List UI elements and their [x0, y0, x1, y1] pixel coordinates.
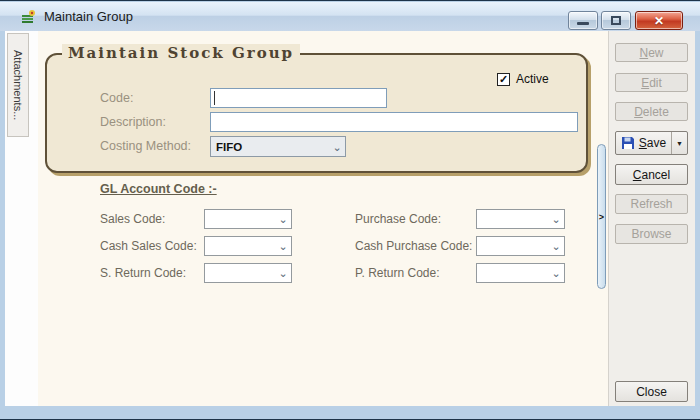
purchase-code-dropdown[interactable]: ⌄	[476, 209, 565, 229]
active-checkbox[interactable]: ✓	[497, 73, 510, 86]
s-return-code-dropdown[interactable]: ⌄	[204, 263, 292, 283]
s-return-code-label: S. Return Code:	[100, 266, 186, 280]
close-icon: ✕	[654, 14, 664, 28]
costing-method-dropdown[interactable]: FIFO ⌄	[210, 136, 346, 157]
save-split-button[interactable]: Save ▼	[615, 131, 688, 155]
titlebar[interactable]: Maintain Group ✕	[0, 2, 700, 31]
stock-group-app-icon	[21, 9, 37, 25]
purchase-code-label: Purchase Code:	[355, 212, 441, 226]
gl-account-code-heading: GL Account Code :-	[100, 182, 217, 196]
chevron-down-icon: ⌄	[275, 237, 291, 255]
delete-button[interactable]: Delete	[615, 102, 688, 121]
browse-button[interactable]: Browse	[615, 224, 688, 244]
window-title: Maintain Group	[44, 9, 133, 24]
costing-method-value: FIFO	[211, 141, 329, 153]
sales-code-label: Sales Code:	[100, 212, 165, 226]
maximize-icon	[611, 16, 621, 25]
close-window-button[interactable]: ✕	[635, 11, 683, 30]
groupbox-title: Maintain Stock Group	[62, 44, 300, 62]
code-label: Code:	[100, 91, 133, 105]
chevron-down-icon: ⌄	[548, 237, 564, 255]
code-input[interactable]	[210, 88, 387, 108]
refresh-button[interactable]: Refresh	[615, 194, 688, 214]
save-floppy-icon	[621, 136, 635, 150]
chevron-down-icon: ⌄	[275, 264, 291, 282]
chevron-down-icon: ⌄	[275, 210, 291, 228]
maximize-button[interactable]	[601, 11, 631, 30]
p-return-code-label: P. Return Code:	[355, 266, 440, 280]
cash-sales-code-dropdown[interactable]: ⌄	[204, 236, 292, 256]
new-button[interactable]: New	[615, 43, 688, 62]
description-label: Description:	[100, 115, 166, 129]
minimize-button[interactable]	[568, 11, 598, 30]
attachments-tab[interactable]: Attachments...	[7, 33, 29, 137]
p-return-code-dropdown[interactable]: ⌄	[476, 263, 565, 283]
close-button[interactable]: Close	[615, 381, 688, 402]
sales-code-dropdown[interactable]: ⌄	[204, 209, 292, 229]
edit-button[interactable]: Edit	[615, 73, 688, 92]
text-caret	[214, 91, 215, 105]
chevron-down-icon: ⌄	[329, 138, 345, 156]
maintain-group-dialog: Maintain Group ✕ Attachments... Maintain…	[0, 0, 700, 420]
chevron-down-icon: ⌄	[548, 210, 564, 228]
panel-collapse-splitter[interactable]: >	[597, 144, 606, 289]
minimize-icon	[577, 22, 589, 25]
cash-purchase-code-label: Cash Purchase Code:	[355, 239, 472, 253]
window-frame-bottom	[0, 406, 700, 420]
chevron-right-icon: >	[599, 212, 604, 222]
save-button[interactable]: Save	[616, 132, 671, 154]
cancel-button[interactable]: Cancel	[615, 164, 688, 185]
active-checkbox-label[interactable]: Active	[516, 72, 549, 86]
costing-method-label: Costing Method:	[100, 139, 191, 153]
save-dropdown-arrow[interactable]: ▼	[672, 140, 687, 147]
cash-purchase-code-dropdown[interactable]: ⌄	[476, 236, 565, 256]
cash-sales-code-label: Cash Sales Code:	[100, 239, 197, 253]
description-input[interactable]	[210, 112, 578, 132]
chevron-down-icon: ⌄	[548, 264, 564, 282]
